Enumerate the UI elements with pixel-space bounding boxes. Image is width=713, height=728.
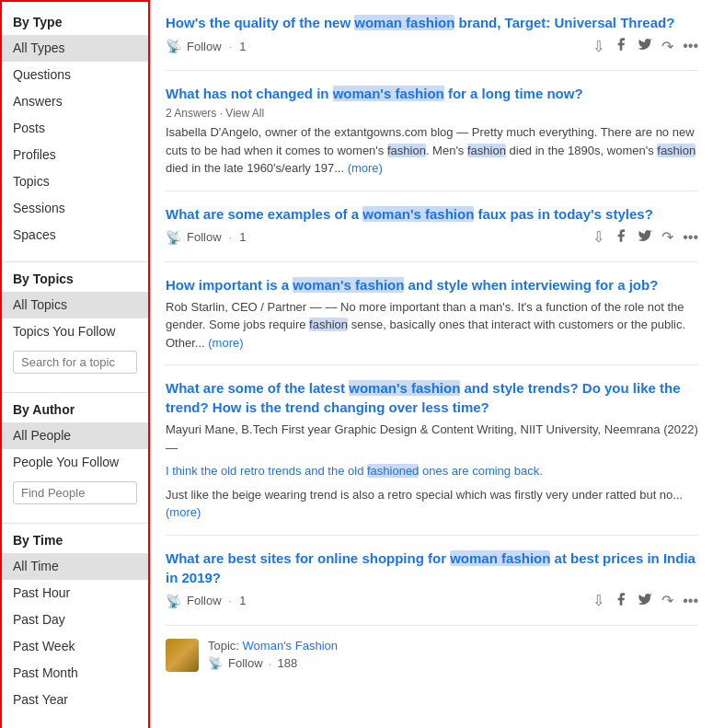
more-icon[interactable]: •••: [683, 593, 698, 609]
sidebar-item-posts[interactable]: Posts: [2, 115, 148, 142]
upvote-icon[interactable]: ⇩: [592, 228, 604, 246]
sidebar-item-past-year[interactable]: Past Year: [2, 687, 148, 713]
facebook-icon[interactable]: [614, 228, 628, 247]
sidebar-item-people-follow[interactable]: People You Follow: [2, 449, 148, 476]
sidebar-item-questions[interactable]: Questions: [2, 62, 148, 88]
follow-label: Follow: [187, 230, 222, 244]
sidebar-item-topics[interactable]: Topics: [2, 168, 148, 195]
result-author: Rob Starlin, CEO / Partner — —: [166, 300, 340, 314]
upvote-icon[interactable]: ⇩: [592, 592, 604, 609]
result-meta: 2 Answers · View All: [166, 107, 698, 120]
sidebar-item-past-month[interactable]: Past Month: [2, 660, 148, 687]
follow-label: Follow: [187, 594, 222, 607]
sidebar-item-past-week[interactable]: Past Week: [2, 633, 148, 660]
follow-button[interactable]: 📡Follow·1: [166, 39, 246, 53]
by-author-section: By Author All PeoplePeople You Follow: [2, 399, 148, 510]
result-author: Isabella D'Angelo, owner of the extantgo…: [166, 125, 472, 139]
topic-follow-label[interactable]: Follow: [228, 656, 263, 670]
follow-icon: 📡: [166, 230, 181, 245]
sidebar-item-all-topics[interactable]: All Topics: [2, 292, 148, 318]
result-title[interactable]: What has not changed in woman's fashion …: [166, 84, 698, 103]
share-icon[interactable]: ↷: [661, 592, 673, 609]
follow-icon: 📡: [166, 594, 181, 608]
sidebar-item-answers[interactable]: Answers: [2, 88, 148, 115]
sidebar-item-sessions[interactable]: Sessions: [2, 195, 148, 222]
topic-search-input[interactable]: [13, 351, 137, 374]
result-body: Mayuri Mane, B.Tech First year Graphic D…: [166, 421, 698, 522]
upvote-icon[interactable]: ⇩: [592, 38, 604, 55]
action-bar: 📡Follow·1⇩↷•••: [166, 592, 698, 610]
result-title[interactable]: How important is a woman's fashion and s…: [166, 275, 698, 295]
follow-button[interactable]: 📡Follow·1: [166, 230, 246, 245]
by-type-section: By Type All TypesQuestionsAnswersPostsPr…: [2, 11, 148, 248]
sidebar-item-all-people[interactable]: All People: [2, 422, 148, 449]
action-bar: 📡Follow·1⇩↷•••: [166, 228, 698, 247]
result-item: What are some of the latest woman's fash…: [166, 365, 698, 536]
result-item: What has not changed in woman's fashion …: [166, 71, 698, 191]
follow-icon: 📡: [166, 39, 181, 53]
result-item: How's the quality of the new woman fashi…: [166, 0, 698, 71]
sidebar-item-profiles[interactable]: Profiles: [2, 142, 148, 168]
by-time-title: By Time: [2, 529, 148, 553]
twitter-icon[interactable]: [638, 592, 652, 610]
by-type-title: By Type: [2, 11, 148, 35]
topic-avatar: [166, 639, 199, 672]
result-item: What are some examples of a woman's fash…: [166, 191, 698, 262]
result-author: Mayuri Mane, B.Tech First year Graphic D…: [166, 422, 698, 455]
more-icon[interactable]: •••: [683, 229, 698, 246]
sidebar-item-past-hour[interactable]: Past Hour: [2, 580, 148, 607]
result-more[interactable]: (more): [344, 161, 383, 175]
result-item: How important is a woman's fashion and s…: [166, 262, 698, 366]
action-icons: ⇩↷•••: [592, 228, 698, 247]
result-item: What are best sites for online shopping …: [166, 536, 698, 626]
results-panel: How's the quality of the new woman fashi…: [150, 0, 713, 728]
result-body: Rob Starlin, CEO / Partner — — No more i…: [166, 298, 698, 352]
topic-name[interactable]: Woman's Fashion: [243, 639, 338, 653]
result-title[interactable]: What are some of the latest woman's fash…: [166, 378, 698, 417]
topic-follow-icon: 📡: [208, 656, 223, 670]
topic-result-item: Topic: Woman's Fashion 📡 Follow · 188: [166, 626, 698, 685]
twitter-icon[interactable]: [638, 37, 652, 55]
facebook-icon[interactable]: [614, 592, 628, 610]
more-icon[interactable]: •••: [683, 38, 698, 54]
share-icon[interactable]: ↷: [661, 228, 673, 246]
topic-follow-count: 188: [277, 656, 297, 670]
facebook-icon[interactable]: [614, 37, 628, 55]
result-more[interactable]: (more): [205, 336, 244, 350]
sidebar: By Type All TypesQuestionsAnswersPostsPr…: [0, 0, 150, 728]
result-body: Isabella D'Angelo, owner of the extantgo…: [166, 123, 698, 178]
topic-content: Topic: Woman's Fashion 📡 Follow · 188: [208, 639, 338, 671]
sidebar-item-topics-follow[interactable]: Topics You Follow: [2, 318, 148, 345]
topic-label: Topic: Woman's Fashion: [208, 639, 338, 653]
result-title[interactable]: What are some examples of a woman's fash…: [166, 204, 698, 224]
action-icons: ⇩↷•••: [592, 37, 698, 55]
follow-button[interactable]: 📡Follow·1: [166, 594, 246, 608]
by-time-section: By Time All TimePast HourPast DayPast We…: [2, 529, 148, 713]
by-topics-section: By Topics All TopicsTopics You Follow: [2, 268, 148, 379]
share-icon[interactable]: ↷: [661, 38, 673, 55]
result-blue-text: I think the old retro trends and the old…: [166, 462, 698, 480]
result-body2: Just like the beige wearing trend is als…: [166, 486, 698, 522]
result-title[interactable]: How's the quality of the new woman fashi…: [166, 13, 698, 32]
action-bar: 📡Follow·1⇩↷•••: [166, 37, 698, 55]
by-topics-title: By Topics: [2, 268, 148, 292]
follow-label: Follow: [187, 40, 222, 53]
result-title[interactable]: What are best sites for online shopping …: [166, 549, 698, 587]
sidebar-item-past-day[interactable]: Past Day: [2, 607, 148, 633]
topic-follow-line: 📡 Follow · 188: [208, 656, 338, 671]
follow-count: 1: [239, 594, 246, 607]
follow-count: 1: [239, 40, 246, 53]
result-more[interactable]: (more): [166, 505, 201, 519]
people-search-input[interactable]: [13, 481, 137, 504]
sidebar-item-all-types[interactable]: All Types: [2, 35, 148, 62]
twitter-icon[interactable]: [638, 228, 652, 247]
follow-count: 1: [239, 230, 246, 244]
action-icons: ⇩↷•••: [592, 592, 698, 610]
sidebar-item-spaces[interactable]: Spaces: [2, 222, 148, 248]
by-author-title: By Author: [2, 399, 148, 422]
sidebar-item-all-time[interactable]: All Time: [2, 553, 148, 580]
